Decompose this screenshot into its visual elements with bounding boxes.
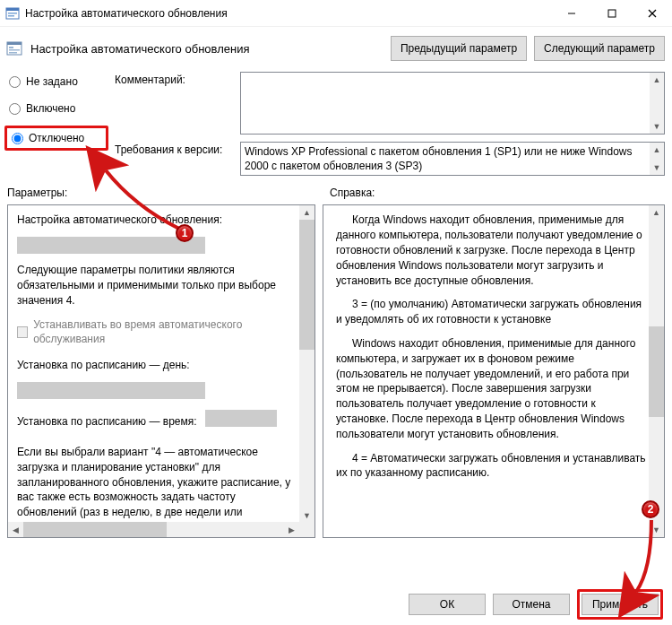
requirements-box: Windows XP Professional с пакетом обновл…: [240, 142, 665, 176]
svg-rect-2: [8, 13, 17, 14]
scroll-thumb[interactable]: [299, 220, 314, 350]
scroll-up-icon[interactable]: ▲: [650, 143, 664, 157]
requirements-label: Требования к версии:: [115, 142, 231, 156]
params-heading: Настройка автоматического обновления:: [17, 213, 295, 228]
disabled-time-dropdown: [205, 410, 277, 427]
maximize-button[interactable]: [591, 0, 632, 26]
params-pane: Настройка автоматического обновления: Сл…: [7, 204, 315, 538]
window-title: Настройка автоматического обновления: [25, 7, 551, 20]
scroll-right-icon[interactable]: ▶: [284, 522, 299, 537]
close-button[interactable]: [632, 0, 672, 26]
radio-disabled-highlight: Отключено: [4, 126, 108, 151]
maintenance-checkbox-row: Устанавливать во время автоматического о…: [17, 317, 295, 348]
panes: Настройка автоматического обновления: Сл…: [0, 204, 672, 538]
radio-group: Не задано Включено Отключено: [7, 72, 106, 176]
previous-setting-button[interactable]: Предыдущий параметр: [391, 36, 527, 61]
help-label: Справка:: [330, 187, 375, 199]
scroll-left-icon[interactable]: ◀: [8, 522, 23, 537]
radio-label: Отключено: [29, 132, 84, 144]
requirements-field: Требования к версии: Windows XP Professi…: [115, 142, 665, 176]
svg-rect-3: [8, 15, 14, 17]
comment-field: Комментарий: ▲ ▼: [115, 72, 665, 135]
cancel-button[interactable]: Отмена: [493, 594, 570, 615]
scroll-up-icon[interactable]: ▲: [650, 73, 664, 87]
radio-label: Не задано: [26, 75, 78, 88]
scrollbar-vertical[interactable]: ▲ ▼: [649, 205, 664, 537]
window-controls: [551, 0, 672, 26]
apply-highlight: Применить: [577, 589, 663, 620]
svg-rect-9: [7, 42, 22, 45]
scrollbar-vertical[interactable]: ▲ ▼: [650, 73, 664, 134]
apply-button[interactable]: Применить: [582, 594, 659, 615]
bottom-bar: ОК Отмена Применить: [0, 586, 672, 625]
scrollbar-vertical[interactable]: ▲ ▼: [299, 205, 314, 523]
top-right-column: Комментарий: ▲ ▼ Требования к версии: Wi…: [115, 72, 665, 176]
maintenance-checkbox: [17, 326, 28, 338]
radio-label: Включено: [26, 102, 75, 115]
titlebar: Настройка автоматического обновления: [0, 0, 672, 27]
top-form: Не задано Включено Отключено Комментарий…: [0, 70, 672, 183]
scrollbar-horizontal[interactable]: ◀ ▶: [8, 522, 299, 537]
radio-enabled-input[interactable]: [9, 103, 21, 115]
help-paragraph: Когда Windows находит обновления, примен…: [336, 213, 646, 288]
help-pane: Когда Windows находит обновления, примен…: [323, 204, 665, 538]
svg-rect-10: [9, 47, 13, 48]
params-policy-note: Следующие параметры политики являются об…: [17, 263, 295, 308]
next-setting-button[interactable]: Следующий параметр: [534, 36, 665, 61]
help-content: Когда Windows находит обновления, примен…: [323, 205, 664, 537]
params-time-label: Установка по расписанию — время:: [17, 415, 197, 428]
radio-disabled-input[interactable]: [12, 133, 23, 144]
svg-rect-1: [6, 8, 19, 11]
app-icon: [5, 6, 20, 21]
scroll-thumb[interactable]: [23, 522, 167, 537]
svg-rect-5: [608, 10, 616, 17]
scroll-corner: [299, 522, 314, 537]
params-time-row: Установка по расписанию — время:: [17, 408, 295, 436]
section-labels: Параметры: Справка:: [0, 183, 672, 204]
radio-disabled[interactable]: Отключено: [10, 130, 103, 146]
svg-rect-12: [9, 52, 17, 54]
help-paragraph: Windows находит обновления, применимые д…: [336, 336, 646, 442]
scrollbar-vertical[interactable]: ▲ ▼: [650, 143, 664, 175]
scroll-up-icon[interactable]: ▲: [299, 205, 314, 220]
help-paragraph: 4 = Автоматически загружать обновления и…: [336, 451, 646, 482]
radio-not-configured-input[interactable]: [9, 76, 21, 88]
params-content: Настройка автоматического обновления: Сл…: [8, 205, 314, 537]
minimize-button[interactable]: [551, 0, 591, 26]
scroll-thumb[interactable]: [649, 326, 664, 417]
scroll-up-icon[interactable]: ▲: [649, 205, 664, 220]
page-title: Настройка автоматического обновления: [30, 42, 383, 56]
scroll-down-icon[interactable]: ▼: [299, 508, 314, 523]
help-paragraph: 3 = (по умолчанию) Автоматически загружа…: [336, 297, 646, 327]
disabled-day-dropdown: [17, 382, 205, 399]
policy-icon: [5, 39, 23, 57]
comment-label: Комментарий:: [115, 72, 231, 86]
svg-rect-11: [9, 49, 20, 51]
comment-textarea[interactable]: ▲ ▼: [240, 72, 665, 135]
params-label: Параметры:: [7, 187, 312, 199]
radio-not-configured[interactable]: Не задано: [7, 74, 106, 90]
scroll-down-icon[interactable]: ▼: [649, 523, 664, 537]
scroll-down-icon[interactable]: ▼: [650, 161, 664, 175]
scroll-down-icon[interactable]: ▼: [650, 119, 664, 134]
header-row: Настройка автоматического обновления Пре…: [0, 27, 672, 70]
ok-button[interactable]: ОК: [409, 594, 486, 615]
params-day-label: Установка по расписанию — день:: [17, 358, 295, 373]
radio-enabled[interactable]: Включено: [7, 100, 106, 117]
maintenance-checkbox-label: Устанавливать во время автоматического о…: [33, 317, 295, 348]
disabled-dropdown: [17, 237, 205, 254]
requirements-text: Windows XP Professional с пакетом обновл…: [245, 145, 633, 172]
